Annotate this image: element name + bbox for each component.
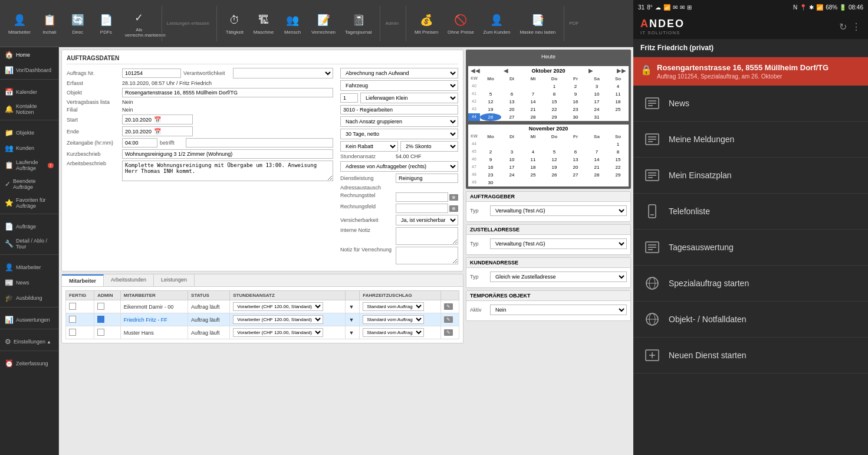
skonto-select[interactable]: 2% Skonto — [400, 141, 458, 152]
sidebar-item-auswertungen[interactable]: 📊 Auswertungen — [0, 312, 58, 328]
fahrzeitzuschlag-sel-2[interactable]: Standard vom Auftrag — [363, 315, 424, 324]
tab-leistungen[interactable]: Leistungen — [154, 274, 195, 286]
menu-item-news[interactable]: News — [633, 86, 868, 122]
toolbar-verrechnet[interactable]: ✓ Als verrechn.markieren — [121, 7, 157, 40]
temp-objekt-aktiv-select[interactable]: Nein — [490, 305, 627, 315]
stundenansatz-sel-2[interactable]: Vorarbeiter (CHF 120.00, Standard) — [233, 315, 323, 324]
stundenansatz-sel-1[interactable]: Vorarbeiter (CHF 120.00, Standard) — [233, 302, 323, 311]
start-input[interactable]: 20.10.2020 📅 — [122, 114, 193, 125]
menu-button[interactable]: ⋮ — [851, 21, 861, 32]
refresh-button[interactable]: ↻ — [839, 21, 847, 32]
rechnungsfeld-input[interactable] — [396, 204, 448, 213]
auftraggeber-typ-select[interactable]: Verwaltung (Test AG) — [490, 205, 627, 216]
cal-next-month-btn[interactable]: ▶ — [588, 67, 593, 74]
sidebar-item-auftraege[interactable]: 📄 Aufträge — [0, 219, 58, 234]
sidebar-item-news[interactable]: 📰 News — [0, 275, 58, 290]
sidebar-item-laufende[interactable]: 📋 Laufende Aufträge ! — [0, 156, 58, 175]
cal-prev-btn[interactable]: ◀◀ — [471, 67, 480, 74]
toolbar-pdfs[interactable]: 📄 PDFs — [93, 9, 119, 37]
fertig-cb-2[interactable] — [69, 316, 76, 323]
dropdown-arrow-1[interactable]: ▼ — [348, 304, 354, 310]
fertig-cb-1[interactable] — [69, 303, 76, 310]
tab-arbeitsstunden[interactable]: Arbeitsstunden — [104, 274, 154, 286]
menu-item-einsatzplan[interactable]: Mein Einsatzplan — [633, 158, 868, 194]
arbeitsbeschreib-input[interactable]: Komplette Wohnungsreinigung mit Übergabe… — [122, 161, 333, 181]
zeitangabe-input[interactable] — [122, 138, 157, 148]
sidebar-item-mitarbeiter[interactable]: 👤 Mitarbeiter — [0, 260, 58, 275]
rechnungstitel-btn[interactable]: ⊕ — [449, 194, 458, 201]
objekt-input[interactable] — [122, 88, 333, 97]
zahlungskondition-select[interactable]: 30 Tage, netto — [340, 129, 458, 139]
edit-btn-1[interactable]: ✎ — [444, 303, 453, 310]
fahrzeug-select[interactable]: Fahrzeug — [340, 80, 458, 91]
toolbar-maschine[interactable]: 🏗 Maschine — [250, 9, 277, 37]
menu-item-spezialauftrag[interactable]: Spezialauftrag starten — [633, 266, 868, 302]
sidebar-item-ausbildung[interactable]: 🎓 Ausbildung — [0, 290, 58, 306]
tab-mitarbeiter[interactable]: Mitarbeiter — [62, 274, 104, 286]
fahrzeitzuschlag-sel-3[interactable]: Standard vom Auftrag — [363, 328, 424, 337]
toolbar-verrechnen[interactable]: 📝 Verrechnen — [308, 9, 339, 37]
admin-cb-2[interactable] — [97, 316, 104, 323]
sidebar-item-kunden[interactable]: 👥 Kunden — [0, 140, 58, 156]
toolbar-maske-neu[interactable]: 📑 Maske neu laden — [516, 9, 559, 37]
dropdown-arrow-3[interactable]: ▼ — [348, 330, 354, 336]
alert-card[interactable]: 🔒 Rosengartenstrasse 16, 8555 Müllheim D… — [633, 57, 868, 86]
menu-item-neuen-dienst[interactable]: Neuen Dienst starten — [633, 338, 868, 374]
toolbar-mitarbeiter[interactable]: 👤 Mitarbeiter — [5, 9, 34, 37]
auftrags-nr-input[interactable] — [122, 68, 181, 78]
adresse-select[interactable]: Adresse von Auftraggeber (rechts) — [340, 161, 458, 172]
toolbar-tagesjournal[interactable]: 📓 Tagesjournal — [341, 9, 375, 37]
sidebar-item-detail[interactable]: 🔧 Detail / Ablo / Tour — [0, 234, 58, 253]
rechnungsfeld-btn[interactable]: ⊕ — [449, 205, 458, 212]
lieferwagen-input[interactable] — [340, 93, 358, 103]
edit-btn-2[interactable]: ✎ — [444, 316, 453, 323]
admin-cb-1[interactable] — [97, 303, 104, 310]
sidebar-item-kalender[interactable]: 📅 Kalender — [0, 84, 58, 100]
sidebar-item-einstellungen[interactable]: ⚙ Einstellungen ▲ — [0, 334, 58, 349]
sidebar-item-objekte[interactable]: 📁 Objekte — [0, 125, 58, 140]
admin-cb-3[interactable] — [97, 329, 104, 336]
sidebar-item-zeiterfassung[interactable]: ⏰ Zeiterfassung — [0, 356, 58, 371]
sidebar-item-favoriten[interactable]: ⭐ Favoriten für Aufträge — [0, 194, 58, 212]
fahrzeitzuschlag-sel-1[interactable]: Standard vom Auftrag — [363, 302, 424, 311]
betrifft-input[interactable] — [186, 138, 333, 148]
sidebar-item-beendete[interactable]: ✓ Beendete Aufträge — [0, 175, 58, 194]
toolbar-taetigkeit[interactable]: ⏱ Tätigkeit — [222, 9, 248, 37]
toolbar-mensch[interactable]: 👥 Mensch — [280, 9, 305, 37]
gruppieren-select[interactable]: Nach Ansatz gruppieren — [340, 116, 458, 127]
cal-prev-month-btn[interactable]: ◀ — [504, 67, 508, 74]
zustelladresse-typ-select[interactable]: Verwaltung (Test AG) — [490, 238, 627, 249]
toolbar-direc[interactable]: 🔄 Direc — [65, 9, 91, 37]
fertig-cb-3[interactable] — [69, 329, 76, 336]
start-calendar-icon[interactable]: 📅 — [154, 116, 161, 123]
stundenansatz-sel-3[interactable]: Vorarbeiter (CHF 120.00, Standard) — [233, 328, 323, 337]
dropdown-arrow-2[interactable]: ▼ — [348, 317, 354, 323]
dienstleistung-input[interactable] — [396, 174, 458, 183]
rabatt-select[interactable]: Kein Rabatt — [340, 141, 398, 152]
interne-notiz-input[interactable] — [396, 227, 458, 245]
toolbar-zum-kunden[interactable]: 👤 Zum Kunden — [480, 9, 514, 37]
ende-input[interactable]: 20.10.2020 📅 — [122, 126, 193, 136]
menu-item-tagesauswertung[interactable]: Tagesauswertung — [633, 230, 868, 266]
menu-item-meldungen[interactable]: Meine Meldungen — [633, 122, 868, 158]
ende-calendar-icon[interactable]: 📅 — [154, 128, 161, 135]
menu-item-telefonliste[interactable]: Telefonliste — [633, 194, 868, 230]
rechnungstitel-input[interactable] — [396, 192, 448, 202]
sidebar-item-notizen[interactable]: 🔔 Kontakte Notizen — [0, 100, 58, 119]
cal-next-btn[interactable]: ▶▶ — [617, 67, 626, 74]
sidebar-item-vordashboard[interactable]: 📊 Vor/Dashboard — [0, 63, 58, 78]
ertragskonto-input[interactable] — [340, 105, 458, 114]
lieferwagen-select[interactable]: Lieferwagen Klein — [360, 93, 458, 103]
toolbar-mit-preisen[interactable]: 💰 Mit Preisen — [411, 9, 442, 37]
kundenadresse-typ-select[interactable]: Gleich wie Zustelladresse — [490, 271, 627, 282]
heute-button[interactable]: Heute — [468, 52, 629, 61]
abrechnungsart-select[interactable]: Abrechnung nach Aufwand — [340, 68, 458, 78]
toolbar-ohne-preise[interactable]: 🚫 Ohne Preise — [444, 9, 477, 37]
kurzschluss-input[interactable] — [122, 149, 333, 159]
versicherbarkeit-select[interactable]: Ja, ist versicherbar — [396, 215, 458, 225]
notiz-verrechnung-input[interactable] — [396, 247, 458, 264]
toolbar-inchali[interactable]: 📋 Inchali — [37, 9, 63, 37]
verantwortlich-select[interactable] — [233, 68, 333, 78]
menu-item-notfalldaten[interactable]: Objekt- / Notfalldaten — [633, 302, 868, 338]
edit-btn-3[interactable]: ✎ — [444, 329, 453, 336]
